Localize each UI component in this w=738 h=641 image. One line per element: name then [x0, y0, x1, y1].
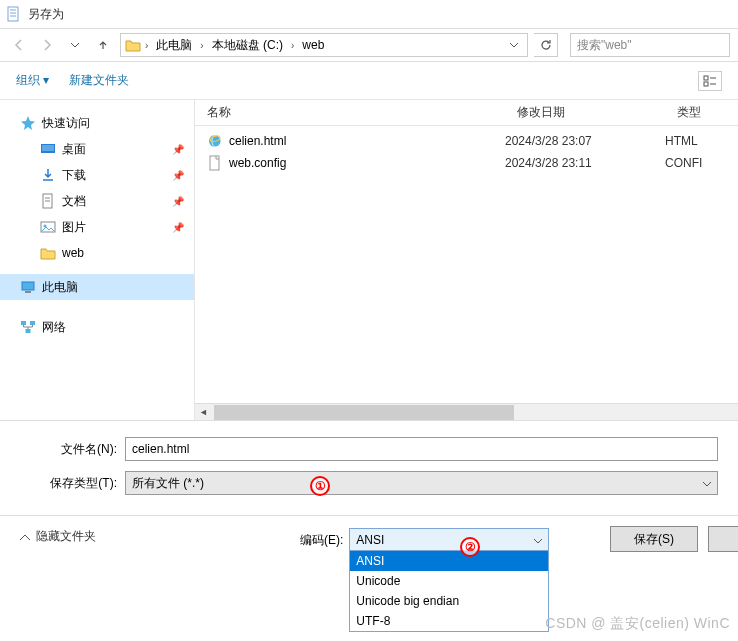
- sidebar-this-pc[interactable]: 此电脑: [0, 274, 194, 300]
- file-date: 2024/3/28 23:11: [505, 156, 665, 170]
- save-form: 文件名(N): celien.html 保存类型(T): 所有文件 (*.*): [0, 420, 738, 515]
- download-icon: [40, 167, 56, 183]
- toolbar: 组织 ▾ 新建文件夹: [0, 62, 738, 100]
- title-bar: 另存为: [0, 0, 738, 28]
- filename-label: 文件名(N):: [20, 441, 125, 458]
- address-dropdown[interactable]: [505, 43, 523, 48]
- file-name: web.config: [229, 156, 286, 170]
- scrollbar-thumb[interactable]: [214, 405, 514, 420]
- pin-icon: 📌: [172, 170, 184, 181]
- view-options-button[interactable]: [698, 71, 722, 91]
- sidebar-network[interactable]: 网络: [0, 314, 194, 340]
- history-dropdown[interactable]: [64, 34, 86, 56]
- scroll-left-arrow[interactable]: ◄: [195, 405, 212, 420]
- search-input[interactable]: 搜索"web": [570, 33, 730, 57]
- file-date: 2024/3/28 23:07: [505, 134, 665, 148]
- chevron-up-icon: [20, 530, 30, 544]
- sidebar-downloads[interactable]: 下载 📌: [0, 162, 194, 188]
- encoding-option[interactable]: Unicode: [350, 571, 548, 591]
- file-row[interactable]: celien.html 2024/3/28 23:07 HTML: [195, 130, 738, 152]
- document-icon: [40, 193, 56, 209]
- file-name: celien.html: [229, 134, 286, 148]
- svg-rect-18: [30, 321, 35, 325]
- bottom-bar: 隐藏文件夹 编码(E): ANSI ANSI Unicode Unicode b…: [0, 515, 738, 615]
- network-icon: [20, 319, 36, 335]
- encoding-option[interactable]: UTF-8: [350, 611, 548, 631]
- notepad-icon: [6, 6, 22, 22]
- sidebar-item-label: 文档: [62, 193, 86, 210]
- svg-rect-15: [22, 282, 34, 290]
- chevron-right-icon: ›: [291, 40, 294, 51]
- svg-rect-0: [8, 7, 18, 21]
- column-headers: 名称 修改日期 类型: [195, 100, 738, 126]
- file-list-area: 名称 修改日期 类型 celien.html 2024/3/28 23:07 H…: [195, 100, 738, 420]
- picture-icon: [40, 219, 56, 235]
- column-header-date[interactable]: 修改日期: [505, 104, 665, 121]
- sidebar-web[interactable]: web: [0, 240, 194, 266]
- computer-icon: [20, 279, 36, 295]
- folder-icon: [40, 245, 56, 261]
- sidebar-item-label: 快速访问: [42, 115, 90, 132]
- config-file-icon: [207, 155, 223, 171]
- html-file-icon: [207, 133, 223, 149]
- sidebar-documents[interactable]: 文档 📌: [0, 188, 194, 214]
- sidebar-item-label: 此电脑: [42, 279, 78, 296]
- sidebar-item-label: 图片: [62, 219, 86, 236]
- column-header-name[interactable]: 名称: [195, 104, 505, 121]
- savetype-value: 所有文件 (*.*): [132, 475, 204, 492]
- file-type: CONFI: [665, 156, 735, 170]
- save-button-label: 保存(S): [634, 531, 674, 548]
- sidebar-item-label: 下载: [62, 167, 86, 184]
- nav-bar: › 此电脑 › 本地磁盘 (C:) › web 搜索"web": [0, 28, 738, 62]
- address-bar[interactable]: › 此电脑 › 本地磁盘 (C:) › web: [120, 33, 528, 57]
- sidebar-desktop[interactable]: 桌面 📌: [0, 136, 194, 162]
- search-placeholder: 搜索"web": [577, 37, 632, 54]
- breadcrumb-pc[interactable]: 此电脑: [152, 37, 196, 54]
- sidebar-quick-access[interactable]: 快速访问: [0, 110, 194, 136]
- filename-input[interactable]: celien.html: [125, 437, 718, 461]
- save-button[interactable]: 保存(S): [610, 526, 698, 552]
- chevron-right-icon: ›: [145, 40, 148, 51]
- refresh-button[interactable]: [534, 33, 558, 57]
- forward-button[interactable]: [36, 34, 58, 56]
- star-icon: [20, 115, 36, 131]
- filename-value: celien.html: [132, 442, 189, 456]
- window-title: 另存为: [28, 6, 64, 23]
- encoding-selected-value: ANSI: [356, 533, 384, 547]
- secondary-button[interactable]: [708, 526, 738, 552]
- svg-rect-19: [26, 329, 31, 333]
- encoding-dropdown[interactable]: ANSI ANSI Unicode Unicode big endian UTF…: [349, 528, 549, 632]
- watermark: CSDN @ 盖安(celien) WinC: [545, 615, 730, 633]
- horizontal-scrollbar[interactable]: ◄: [195, 403, 738, 420]
- desktop-icon: [40, 141, 56, 157]
- svg-rect-17: [21, 321, 26, 325]
- encoding-options-list: ANSI Unicode Unicode big endian UTF-8: [350, 551, 548, 631]
- svg-rect-9: [42, 145, 54, 151]
- folder-icon: [125, 37, 141, 53]
- sidebar-item-label: 网络: [42, 319, 66, 336]
- chevron-down-icon: [534, 533, 542, 547]
- encoding-option[interactable]: ANSI: [350, 551, 548, 571]
- back-button[interactable]: [8, 34, 30, 56]
- sidebar-item-label: web: [62, 246, 84, 260]
- hide-folders-label: 隐藏文件夹: [36, 528, 96, 545]
- column-header-type[interactable]: 类型: [665, 104, 735, 121]
- breadcrumb-folder[interactable]: web: [298, 38, 328, 52]
- encoding-label: 编码(E):: [300, 528, 343, 549]
- sidebar: 快速访问 桌面 📌 下载 📌 文档 📌 图片 📌 web 此电脑: [0, 100, 195, 420]
- chevron-down-icon: [703, 476, 711, 490]
- encoding-option[interactable]: Unicode big endian: [350, 591, 548, 611]
- chevron-right-icon: ›: [200, 40, 203, 51]
- main-area: 快速访问 桌面 📌 下载 📌 文档 📌 图片 📌 web 此电脑: [0, 100, 738, 420]
- pin-icon: 📌: [172, 144, 184, 155]
- breadcrumb-drive[interactable]: 本地磁盘 (C:): [208, 37, 287, 54]
- file-row[interactable]: web.config 2024/3/28 23:11 CONFI: [195, 152, 738, 174]
- sidebar-pictures[interactable]: 图片 📌: [0, 214, 194, 240]
- hide-folders-button[interactable]: 隐藏文件夹: [20, 528, 96, 545]
- svg-rect-4: [704, 76, 708, 80]
- file-list: celien.html 2024/3/28 23:07 HTML web.con…: [195, 126, 738, 403]
- savetype-dropdown[interactable]: 所有文件 (*.*): [125, 471, 718, 495]
- new-folder-button[interactable]: 新建文件夹: [69, 72, 129, 89]
- up-button[interactable]: [92, 34, 114, 56]
- organize-menu[interactable]: 组织 ▾: [16, 72, 49, 89]
